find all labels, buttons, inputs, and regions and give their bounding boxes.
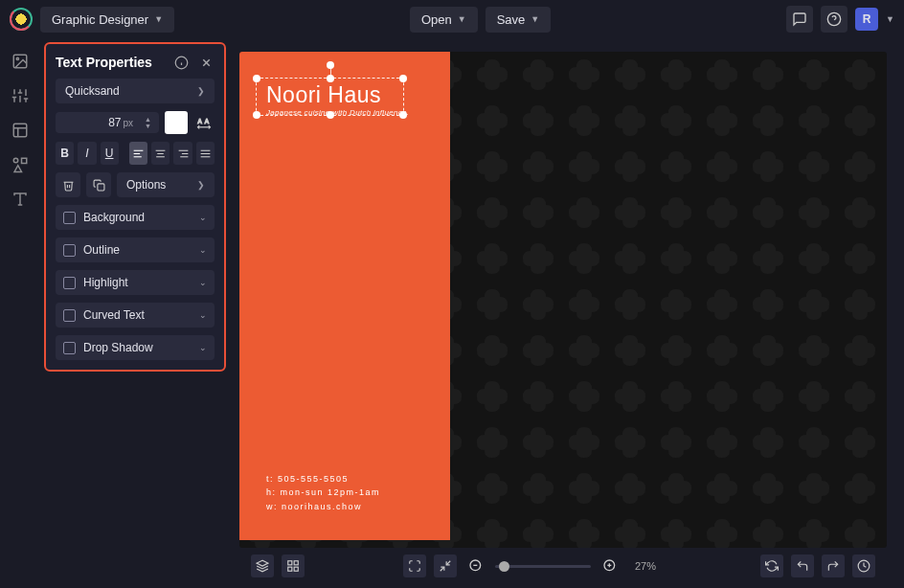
help-button[interactable] [821,6,848,33]
resize-handle-t[interactable] [327,75,334,82]
svg-rect-45 [294,561,298,565]
align-right-icon [177,147,190,160]
checkbox-background[interactable] [63,212,76,224]
close-icon [200,57,213,69]
step-down-icon[interactable]: ▼ [145,123,151,129]
canvas-footer-web[interactable]: w: noorihaus.chow [266,500,380,513]
bold-button[interactable]: B [56,142,74,165]
panel-title: Text Properties [56,55,152,70]
rail-adjust-button[interactable] [9,84,32,107]
shapes-icon [11,156,29,173]
font-family-select[interactable]: Quicksand ❯ [56,79,215,103]
duplicate-button[interactable] [86,172,111,197]
chevron-down-icon: ▼ [531,14,539,24]
artboard[interactable]: Noori Haus Japanese cuisine with Dutch i… [239,52,450,540]
font-family-value: Quicksand [65,84,120,98]
text-color-swatch[interactable] [165,111,188,134]
fullscreen-button[interactable] [403,554,426,577]
align-right-button[interactable] [173,142,192,165]
svg-rect-47 [294,567,298,571]
options-label: Options [126,178,166,192]
italic-button[interactable]: I [78,142,96,165]
svg-rect-17 [22,158,27,163]
save-button[interactable]: Save ▼ [486,7,552,33]
checkbox-outline[interactable] [63,244,76,257]
rail-templates-button[interactable] [9,119,32,142]
layers-button[interactable] [251,554,274,577]
svg-line-48 [446,561,450,565]
chevron-down-icon: ⌄ [199,278,207,287]
resize-handle-tr[interactable] [399,75,407,82]
checkbox-drop-shadow[interactable] [63,342,76,354]
copy-icon [93,179,105,192]
svg-rect-13 [13,124,27,137]
chevron-down-icon: ▼ [458,14,466,24]
comments-button[interactable] [786,6,813,33]
accordion-label: Highlight [83,276,192,289]
accordion-highlight[interactable]: Highlight ⌄ [56,270,215,295]
step-up-icon[interactable]: ▲ [145,116,151,123]
checkbox-highlight[interactable] [63,277,76,289]
align-left-button[interactable] [129,142,147,165]
italic-icon: I [85,147,88,160]
user-avatar[interactable]: R [855,8,878,31]
bold-icon: B [60,147,69,160]
canvas-footer-hours[interactable]: h: mon-sun 12pm-1am [266,486,380,499]
zoom-out-button[interactable] [464,554,487,577]
info-icon [174,56,189,70]
app-mode-dropdown[interactable]: Graphic Designer ▼ [40,7,174,33]
canvas-footer-phone[interactable]: t: 505-555-5505 [266,472,380,486]
layers-icon [256,559,269,573]
revert-button[interactable] [760,554,783,577]
accordion-label: Background [83,211,192,224]
canvas-viewport[interactable]: Noori Haus Japanese cuisine with Dutch i… [239,52,887,548]
rail-text-button[interactable] [9,188,32,211]
maximize-icon [408,559,421,573]
delete-button[interactable] [56,172,80,197]
zoom-out-icon [468,558,484,574]
rail-graphics-button[interactable] [9,153,32,176]
app-mode-label: Graphic Designer [52,12,148,27]
fit-button[interactable] [434,554,457,577]
resize-handle-bl[interactable] [253,111,260,119]
history-button[interactable] [852,554,875,577]
trash-icon [62,179,75,192]
redo-button[interactable] [822,554,845,577]
character-spacing-button[interactable]: AA [193,112,215,133]
underline-button[interactable]: U [101,142,119,165]
open-button[interactable]: Open ▼ [410,7,478,33]
redo-icon [826,559,840,573]
app-logo[interactable] [10,8,33,31]
layout-icon [11,122,29,139]
panel-info-button[interactable] [172,54,190,71]
help-icon [826,11,842,27]
chevron-down-icon: ⌄ [199,310,207,320]
rotate-handle[interactable] [327,61,334,69]
align-justify-button[interactable] [196,142,215,165]
canvas-title-text[interactable]: Noori Haus [266,82,423,108]
grid-button[interactable] [282,554,305,577]
align-center-button[interactable] [151,142,170,165]
font-size-value: 87 [108,116,121,129]
zoom-slider[interactable] [495,565,591,568]
checkbox-curved-text[interactable] [63,309,76,322]
accordion-curved-text[interactable]: Curved Text ⌄ [56,303,215,328]
history-icon [857,559,870,573]
accordion-outline[interactable]: Outline ⌄ [56,237,215,262]
rail-images-button[interactable] [9,50,32,73]
undo-button[interactable] [791,554,814,577]
accordion-drop-shadow[interactable]: Drop Shadow ⌄ [56,335,215,360]
image-icon [11,53,29,70]
zoom-slider-thumb[interactable] [499,561,509,572]
panel-close-button[interactable] [197,54,215,71]
char-spacing-icon: AA [196,116,212,129]
chevron-down-icon[interactable]: ▼ [886,14,894,24]
svg-marker-18 [14,166,22,172]
options-dropdown[interactable]: Options ❯ [117,172,215,197]
canvas-subtitle-text[interactable]: Japanese cuisine with Dutch influence. [266,108,423,117]
resize-handle-tl[interactable] [253,75,260,82]
zoom-in-button[interactable] [599,554,622,577]
open-label: Open [421,12,452,27]
accordion-background[interactable]: Background ⌄ [56,205,215,230]
font-size-input[interactable]: 87 px ▲ ▼ [56,112,159,133]
